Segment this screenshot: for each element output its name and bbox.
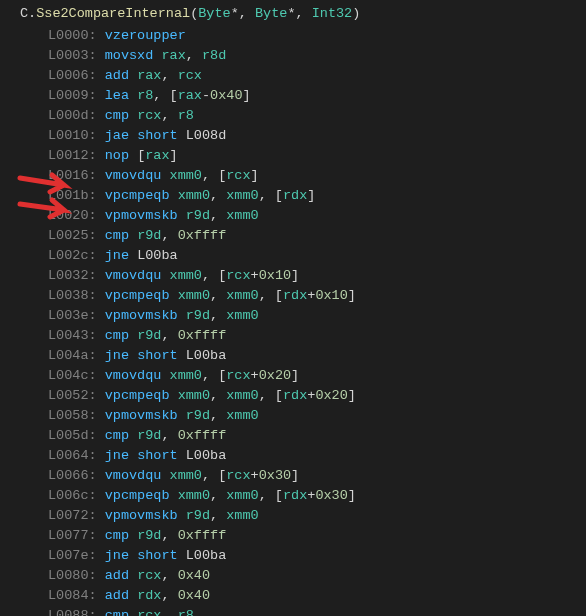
- register: xmm0: [226, 388, 258, 403]
- punct: , [: [259, 188, 283, 203]
- register: r9d: [186, 208, 210, 223]
- disassembly-view: C.Sse2CompareInternal(Byte*, Byte*, Int3…: [0, 0, 586, 616]
- asm-line: L005d: cmp r9d, 0xffff: [20, 426, 586, 446]
- punct: +: [251, 468, 259, 483]
- offset-label: L007e:: [48, 548, 105, 563]
- register: rax: [161, 48, 185, 63]
- label-ref: L00ba: [186, 448, 227, 463]
- register: rdx: [283, 488, 307, 503]
- offset-label: L0020:: [48, 208, 105, 223]
- register: r9d: [137, 528, 161, 543]
- register: xmm0: [178, 288, 210, 303]
- offset-label: L000d:: [48, 108, 105, 123]
- punct: ,: [161, 568, 177, 583]
- mnemonic: nop: [105, 148, 129, 163]
- punct: ,: [161, 608, 177, 616]
- punct: , [: [259, 388, 283, 403]
- register: r9d: [137, 428, 161, 443]
- register: rcx: [226, 368, 250, 383]
- asm-line: L0088: cmp rcx, r8: [20, 606, 586, 616]
- literal: 0x30: [315, 488, 347, 503]
- punct: ]: [291, 268, 299, 283]
- mnemonic: jne: [105, 548, 129, 563]
- register: rcx: [137, 568, 161, 583]
- mnemonic: jne: [105, 248, 129, 263]
- asm-line: L0052: vpcmpeqb xmm0, xmm0, [rdx+0x20]: [20, 386, 586, 406]
- keyword: short: [137, 348, 178, 363]
- label-ref: L00ba: [186, 548, 227, 563]
- assembly-lines: L0000: vzeroupperL0003: movsxd rax, r8dL…: [20, 26, 586, 616]
- register: r8: [178, 108, 194, 123]
- offset-label: L0000:: [48, 28, 105, 43]
- mnemonic: vmovdqu: [105, 168, 162, 183]
- asm-line: L0016: vmovdqu xmm0, [rcx]: [20, 166, 586, 186]
- punct: [178, 548, 186, 563]
- punct: ]: [307, 188, 315, 203]
- literal: 0x30: [259, 468, 291, 483]
- asm-line: L003e: vpmovmskb r9d, xmm0: [20, 306, 586, 326]
- mnemonic: cmp: [105, 608, 129, 616]
- register: rcx: [137, 608, 161, 616]
- method-name: Sse2CompareInternal: [36, 6, 190, 21]
- mnemonic: vpcmpeqb: [105, 288, 170, 303]
- punct: [178, 128, 186, 143]
- asm-line: L0010: jae short L008d: [20, 126, 586, 146]
- literal: 0x40: [210, 88, 242, 103]
- register: rax: [178, 88, 202, 103]
- mnemonic: jne: [105, 448, 129, 463]
- register: rcx: [226, 468, 250, 483]
- punct: ]: [348, 388, 356, 403]
- keyword: short: [137, 448, 178, 463]
- register: rcx: [178, 68, 202, 83]
- literal: 0x10: [315, 288, 347, 303]
- mnemonic: vpcmpeqb: [105, 388, 170, 403]
- offset-label: L0064:: [48, 448, 105, 463]
- asm-line: L0080: add rcx, 0x40: [20, 566, 586, 586]
- punct: , [: [202, 468, 226, 483]
- register: xmm0: [226, 288, 258, 303]
- offset-label: L0016:: [48, 168, 105, 183]
- register: r9d: [137, 228, 161, 243]
- class-prefix: C.: [20, 6, 36, 21]
- offset-label: L0025:: [48, 228, 105, 243]
- asm-line: L0066: vmovdqu xmm0, [rcx+0x30]: [20, 466, 586, 486]
- punct: +: [251, 268, 259, 283]
- asm-line: L0058: vpmovmskb r9d, xmm0: [20, 406, 586, 426]
- label-ref: L008d: [186, 128, 227, 143]
- keyword: short: [137, 548, 178, 563]
- register: xmm0: [178, 188, 210, 203]
- register: r9d: [186, 308, 210, 323]
- punct: ]: [170, 148, 178, 163]
- punct: +: [251, 368, 259, 383]
- asm-line: L0077: cmp r9d, 0xffff: [20, 526, 586, 546]
- punct: ]: [291, 468, 299, 483]
- param-type: Byte: [198, 6, 230, 21]
- offset-label: L0084:: [48, 588, 105, 603]
- mnemonic: cmp: [105, 528, 129, 543]
- punct: ,: [210, 288, 226, 303]
- asm-line: L002c: jne L00ba: [20, 246, 586, 266]
- offset-label: L0077:: [48, 528, 105, 543]
- punct: , [: [202, 268, 226, 283]
- register: xmm0: [226, 508, 258, 523]
- method-signature: C.Sse2CompareInternal(Byte*, Byte*, Int3…: [20, 4, 586, 24]
- punct: ,: [161, 588, 177, 603]
- register: xmm0: [226, 208, 258, 223]
- register: xmm0: [170, 468, 202, 483]
- punct: ,: [210, 208, 226, 223]
- register: xmm0: [226, 188, 258, 203]
- asm-line: L001b: vpcmpeqb xmm0, xmm0, [rdx]: [20, 186, 586, 206]
- punct: ,: [161, 528, 177, 543]
- register: xmm0: [226, 408, 258, 423]
- register: xmm0: [170, 368, 202, 383]
- asm-line: L0038: vpcmpeqb xmm0, xmm0, [rdx+0x10]: [20, 286, 586, 306]
- mnemonic: lea: [105, 88, 129, 103]
- register: r9d: [186, 408, 210, 423]
- mnemonic: vpcmpeqb: [105, 188, 170, 203]
- asm-line: L0012: nop [rax]: [20, 146, 586, 166]
- punct: ,: [161, 428, 177, 443]
- register: xmm0: [226, 488, 258, 503]
- offset-label: L0003:: [48, 48, 105, 63]
- register: rdx: [283, 288, 307, 303]
- punct: ,: [161, 108, 177, 123]
